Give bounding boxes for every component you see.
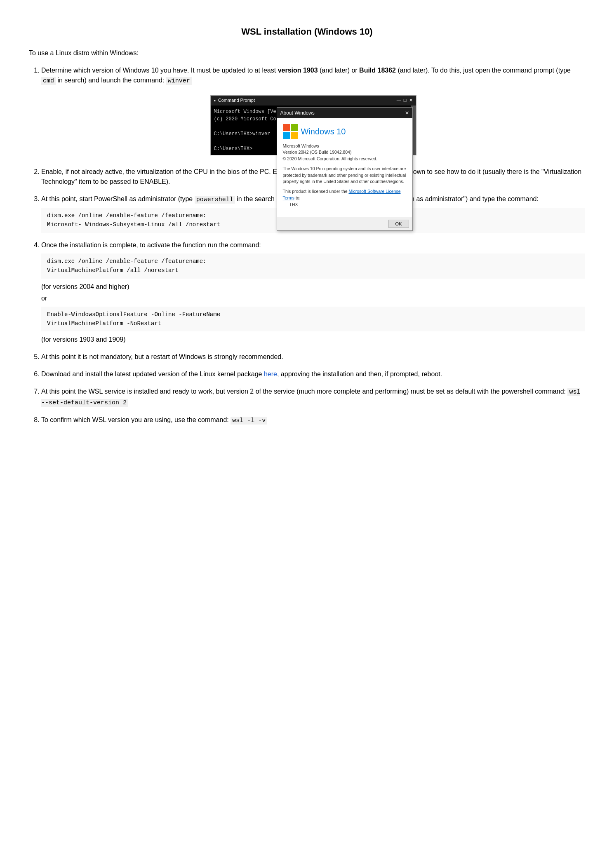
about-content: Windows 10 Microsoft Windows Version 20H… bbox=[277, 118, 412, 217]
cmd-icon: ▪ bbox=[214, 97, 216, 104]
about-line3: © 2020 Microsoft Corporation. All rights… bbox=[283, 156, 407, 162]
item-4-note-1: (for versions 2004 and higher) bbox=[41, 282, 585, 292]
list-item: Once the installation is complete, to ac… bbox=[41, 240, 585, 345]
about-windows-dialog: About Windows ✕ Windows bbox=[277, 107, 413, 231]
item-1-between: (and later) or bbox=[318, 67, 359, 74]
about-line2: Version 20H2 (OS Build 19042.804) bbox=[283, 149, 407, 156]
item-3-cmd-inline: powershell bbox=[195, 196, 235, 204]
screenshot-container: ▪ Command Prompt — □ ✕ Microsoft Windows… bbox=[41, 91, 585, 160]
item-4-or: or bbox=[41, 293, 585, 303]
cmd-controls: — □ ✕ bbox=[397, 97, 413, 104]
about-user: THX bbox=[289, 202, 298, 207]
item-8-text: To confirm which WSL version you are usi… bbox=[41, 415, 585, 426]
item-8-before: To confirm which WSL version you are usi… bbox=[41, 416, 231, 423]
item-1-text-before: Determine which version of Windows 10 yo… bbox=[41, 67, 278, 74]
close-icon[interactable]: ✕ bbox=[409, 97, 413, 104]
item-4-note-2: (for versions 1903 and 1909) bbox=[41, 335, 585, 345]
item-1-bold-2: Build 18362 bbox=[359, 67, 396, 74]
item-7-before: At this point the WSL service is install… bbox=[41, 388, 567, 395]
cmd-screenshot: ▪ Command Prompt — □ ✕ Microsoft Windows… bbox=[210, 95, 416, 155]
ok-button[interactable]: OK bbox=[388, 220, 409, 228]
item-1-text: Determine which version of Windows 10 yo… bbox=[41, 66, 585, 86]
item-4-cmd-block-1: dism.exe /online /enable-feature /featur… bbox=[41, 253, 585, 279]
cmd-titlebar-left: ▪ Command Prompt bbox=[214, 97, 255, 104]
win10-number: 10 bbox=[336, 127, 346, 136]
windows-flag-icon bbox=[283, 124, 298, 139]
flag-green bbox=[291, 124, 298, 131]
restore-icon[interactable]: □ bbox=[404, 97, 407, 104]
flag-blue bbox=[283, 132, 290, 139]
list-item: Determine which version of Windows 10 yo… bbox=[41, 66, 585, 160]
about-ok-row: OK bbox=[277, 217, 412, 230]
item-5-text: At this point it is not mandatory, but a… bbox=[41, 352, 585, 362]
instruction-list: Determine which version of Windows 10 yo… bbox=[29, 66, 585, 426]
win10-word: Windows bbox=[301, 127, 334, 136]
about-body-3: This product is licensed under the Micro… bbox=[283, 188, 407, 208]
win10-label: Windows 10 bbox=[301, 125, 346, 138]
kernel-package-link[interactable]: here bbox=[264, 371, 277, 378]
about-close-icon[interactable]: ✕ bbox=[405, 109, 409, 117]
item-1-cmd-1: cmd bbox=[41, 77, 56, 85]
about-body-1: Microsoft Windows Version 20H2 (OS Build… bbox=[283, 143, 407, 162]
item-1-bold-1: version 1903 bbox=[278, 67, 318, 74]
item-7-text: At this point the WSL service is install… bbox=[41, 387, 585, 408]
item-6-text: Download and install the latest updated … bbox=[41, 369, 585, 379]
minimize-icon[interactable]: — bbox=[397, 97, 401, 104]
item-8-cmd-inline: wsl -l -v bbox=[231, 417, 267, 425]
about-title-text: About Windows bbox=[280, 109, 315, 117]
item-6-before: Download and install the latest updated … bbox=[41, 371, 264, 378]
list-item: At this point the WSL service is install… bbox=[41, 387, 585, 408]
cmd-titlebar: ▪ Command Prompt — □ ✕ bbox=[211, 96, 416, 106]
flag-yellow bbox=[291, 132, 298, 139]
list-item: At this point it is not mandatory, but a… bbox=[41, 352, 585, 362]
item-4-cmd-block-2: Enable-WindowsOptionalFeature -Online -F… bbox=[41, 307, 585, 332]
list-item: To confirm which WSL version you are usi… bbox=[41, 415, 585, 426]
intro-text: To use a Linux distro within Windows: bbox=[29, 48, 585, 58]
item-6-after: , approving the installation and then, i… bbox=[277, 371, 442, 378]
about-line6: to: bbox=[294, 195, 301, 200]
about-line5: This product is licensed under the bbox=[283, 189, 349, 194]
item-3-before: At this point, start PowerShell as admin… bbox=[41, 195, 195, 202]
win10-logo: Windows 10 bbox=[283, 124, 407, 139]
item-1-text-after-cmd: in search) and launch the command: bbox=[56, 77, 166, 84]
about-line1: Microsoft Windows bbox=[283, 143, 407, 150]
item-1-after-bold: (and later). To do this, just open the c… bbox=[396, 67, 571, 74]
item-4-text: Once the installation is complete, to ac… bbox=[41, 240, 585, 250]
cmd-title: Command Prompt bbox=[218, 97, 255, 104]
list-item: Download and install the latest updated … bbox=[41, 369, 585, 379]
flag-red bbox=[283, 124, 290, 131]
about-titlebar: About Windows ✕ bbox=[277, 108, 412, 118]
about-body-2: The Windows 10 Pro operating system and … bbox=[283, 166, 407, 185]
page-title: WSL installation (Windows 10) bbox=[29, 25, 585, 38]
item-1-cmd-2: winver bbox=[166, 77, 192, 85]
